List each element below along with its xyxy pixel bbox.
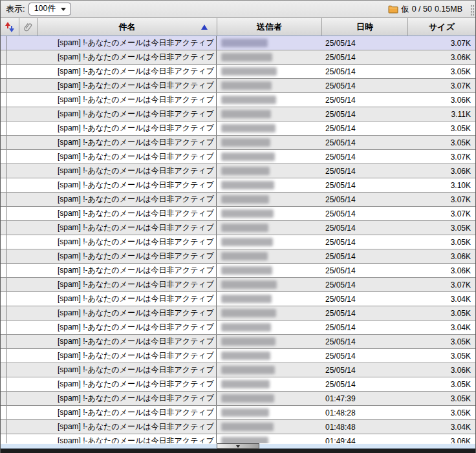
chevron-down-icon xyxy=(61,8,66,11)
mail-subject[interactable]: [spam] !-あなたのメールは今日非アクティブ xyxy=(6,249,217,263)
mail-row[interactable]: [spam] !-あなたのメールは今日非アクティブ25/05/143.06K xyxy=(1,164,475,178)
mail-subject[interactable]: [spam] !-あなたのメールは今日非アクティブ xyxy=(6,121,217,135)
redacted-sender xyxy=(221,81,272,90)
page-size-select[interactable]: 100件 xyxy=(28,3,71,16)
mail-subject[interactable]: [spam] !-あなたのメールは今日非アクティブ xyxy=(6,420,217,434)
mail-subject[interactable]: [spam] !-あなたのメールは今日非アクティブ xyxy=(6,50,217,64)
mail-subject[interactable]: [spam] !-あなたのメールは今日非アクティブ xyxy=(6,363,217,377)
mail-subject[interactable]: [spam] !-あなたのメールは今日非アクティブ xyxy=(6,321,217,334)
mail-subject[interactable]: [spam] !-あなたのメールは今日非アクティブ xyxy=(6,278,217,291)
mail-row[interactable]: [spam] !-あなたのメールは今日非アクティブ25/05/143.05K xyxy=(1,136,475,150)
mail-row[interactable]: [spam] !-あなたのメールは今日非アクティブ25/05/143.07K xyxy=(1,278,475,292)
mail-row[interactable]: [spam] !-あなたのメールは今日非アクティブ25/05/143.05K xyxy=(1,335,475,349)
mail-subject[interactable]: [spam] !-あなたのメールは今日非アクティブ xyxy=(6,235,217,249)
mail-subject[interactable]: [spam] !-あなたのメールは今日非アクティブ xyxy=(6,335,217,348)
mail-sender-cell xyxy=(217,79,321,92)
mail-subject[interactable]: [spam] !-あなたのメールは今日非アクティブ xyxy=(6,306,217,320)
mail-subject[interactable]: [spam] !-あなたのメールは今日非アクティブ xyxy=(6,79,217,92)
mail-subject[interactable]: [spam] !-あなたのメールは今日非アクティブ xyxy=(6,349,217,363)
mail-row[interactable]: [spam] !-あなたのメールは今日非アクティブ01:48:283.05K xyxy=(1,406,475,420)
mail-subject[interactable]: [spam] !-あなたのメールは今日非アクティブ xyxy=(6,65,217,78)
mail-row[interactable]: [spam] !-あなたのメールは今日非アクティブ25/05/143.04K xyxy=(1,292,475,306)
row-flag-cell xyxy=(1,420,6,434)
mail-row[interactable]: [spam] !-あなたのメールは今日非アクティブ25/05/143.07K xyxy=(1,193,475,207)
list-header: 件名 送信者 日時 サイズ xyxy=(1,18,475,36)
mail-datetime: 25/05/14 xyxy=(321,323,407,332)
redacted-sender xyxy=(221,110,271,118)
mail-datetime: 01:48:48 xyxy=(321,423,407,432)
scroll-strip[interactable] xyxy=(1,443,475,448)
mail-subject[interactable]: [spam] !-あなたのメールは今日非アクティブ xyxy=(6,93,217,107)
resize-grip[interactable] xyxy=(470,5,475,16)
mail-row[interactable]: [spam] !-あなたのメールは今日非アクティブ25/05/143.05K xyxy=(1,121,475,136)
mail-sender-cell xyxy=(217,434,321,443)
row-flag-cell xyxy=(1,107,6,121)
mail-size: 3.05K xyxy=(407,380,475,389)
sender-column-header[interactable]: 送信者 xyxy=(217,18,322,36)
mail-row[interactable]: [spam] !-あなたのメールは今日非アクティブ25/05/143.05K xyxy=(1,235,475,249)
mail-row[interactable]: [spam] !-あなたのメールは今日非アクティブ25/05/143.07K xyxy=(1,79,475,93)
mail-row[interactable]: [spam] !-あなたのメールは今日非アクティブ25/05/143.05K xyxy=(1,221,475,235)
mail-subject[interactable]: [spam] !-あなたのメールは今日非アクティブ xyxy=(6,264,217,277)
mail-row[interactable]: [spam] !-あなたのメールは今日非アクティブ25/05/143.04K xyxy=(1,321,475,335)
mail-subject[interactable]: [spam] !-あなたのメールは今日非アクティブ xyxy=(6,107,217,121)
mail-row[interactable]: [spam] !-あなたのメールは今日非アクティブ25/05/143.11K xyxy=(1,107,475,121)
redacted-sender xyxy=(221,224,268,232)
mail-row[interactable]: [spam] !-あなたのメールは今日非アクティブ25/05/143.07K xyxy=(1,150,475,164)
datetime-column-header[interactable]: 日時 xyxy=(322,18,408,36)
mail-row[interactable]: [spam] !-あなたのメールは今日非アクティブ25/05/143.06K xyxy=(1,93,475,107)
mail-subject[interactable]: [spam] !-あなたのメールは今日非アクティブ xyxy=(6,292,217,306)
mail-sender-cell xyxy=(217,392,321,405)
mail-size: 3.06K xyxy=(407,252,475,261)
mail-row[interactable]: [spam] !-あなたのメールは今日非アクティブ25/05/143.06K xyxy=(1,50,475,65)
row-flag-cell xyxy=(1,377,6,391)
subject-column-header[interactable]: 件名 xyxy=(38,18,217,36)
attachment-column-header[interactable] xyxy=(19,18,38,36)
mail-row[interactable]: [spam] !-あなたのメールは今日非アクティブ25/05/143.06K xyxy=(1,249,475,264)
mail-size: 3.05K xyxy=(407,408,475,417)
row-flag-cell xyxy=(1,249,6,263)
mail-row[interactable]: [spam] !-あなたのメールは今日非アクティブ01:47:393.05K xyxy=(1,392,475,406)
mail-row[interactable]: [spam] !-あなたのメールは今日非アクティブ25/05/143.10K xyxy=(1,178,475,193)
mail-subject[interactable]: [spam] !-あなたのメールは今日非アクティブ xyxy=(6,392,217,405)
mail-row[interactable]: [spam] !-あなたのメールは今日非アクティブ25/05/143.07K xyxy=(1,36,475,50)
mail-subject[interactable]: [spam] !-あなたのメールは今日非アクティブ xyxy=(6,221,217,235)
mail-subject[interactable]: [spam] !-あなたのメールは今日非アクティブ xyxy=(6,377,217,391)
mail-subject[interactable]: [spam] !-あなたのメールは今日非アクティブ xyxy=(6,434,217,443)
redacted-sender xyxy=(221,39,268,47)
mail-row[interactable]: [spam] !-あなたのメールは今日非アクティブ01:49:443.06K xyxy=(1,434,475,443)
mail-row[interactable]: [spam] !-あなたのメールは今日非アクティブ25/05/143.06K xyxy=(1,264,475,278)
mail-subject[interactable]: [spam] !-あなたのメールは今日非アクティブ xyxy=(6,193,217,206)
mail-row[interactable]: [spam] !-あなたのメールは今日非アクティブ25/05/143.05K xyxy=(1,306,475,321)
mail-subject[interactable]: [spam] !-あなたのメールは今日非アクティブ xyxy=(6,178,217,192)
mail-sender-cell xyxy=(217,420,321,434)
sort-column-header[interactable] xyxy=(1,18,19,36)
mail-subject[interactable]: [spam] !-あなたのメールは今日非アクティブ xyxy=(6,136,217,149)
redacted-sender xyxy=(221,380,270,388)
size-column-header[interactable]: サイズ xyxy=(408,18,475,36)
row-flag-cell xyxy=(1,121,6,135)
redacted-sender xyxy=(221,295,272,303)
mail-sender-cell xyxy=(217,306,321,320)
mail-size: 3.04K xyxy=(407,423,475,432)
mail-datetime: 25/05/14 xyxy=(321,96,407,105)
mail-row[interactable]: [spam] !-あなたのメールは今日非アクティブ25/05/143.05K xyxy=(1,65,475,79)
mail-sender-cell xyxy=(217,221,321,235)
scroll-down-button[interactable] xyxy=(217,443,259,448)
mail-row[interactable]: [spam] !-あなたのメールは今日非アクティブ25/05/143.05K xyxy=(1,377,475,392)
mail-subject[interactable]: [spam] !-あなたのメールは今日非アクティブ xyxy=(6,406,217,419)
paperclip-icon xyxy=(23,22,33,32)
mail-subject[interactable]: [spam] !-あなたのメールは今日非アクティブ xyxy=(6,207,217,220)
mail-size: 3.05K xyxy=(407,67,475,76)
mail-row[interactable]: [spam] !-あなたのメールは今日非アクティブ25/05/143.06K xyxy=(1,363,475,377)
mail-row[interactable]: [spam] !-あなたのメールは今日非アクティブ25/05/143.07K xyxy=(1,207,475,221)
mail-subject[interactable]: [spam] !-あなたのメールは今日非アクティブ xyxy=(6,150,217,163)
mail-subject[interactable]: [spam] !-あなたのメールは今日非アクティブ xyxy=(6,164,217,178)
mail-datetime: 25/05/14 xyxy=(321,67,407,76)
mail-subject[interactable]: [spam] !-あなたのメールは今日非アクティブ xyxy=(6,36,217,50)
mail-row[interactable]: [spam] !-あなたのメールは今日非アクティブ01:48:483.04K xyxy=(1,420,475,434)
mail-datetime: 25/05/14 xyxy=(321,39,407,48)
mail-list: [spam] !-あなたのメールは今日非アクティブ25/05/143.07K[s… xyxy=(1,36,475,443)
mail-row[interactable]: [spam] !-あなたのメールは今日非アクティブ25/05/143.05K xyxy=(1,349,475,363)
mail-sender-cell xyxy=(217,193,321,206)
